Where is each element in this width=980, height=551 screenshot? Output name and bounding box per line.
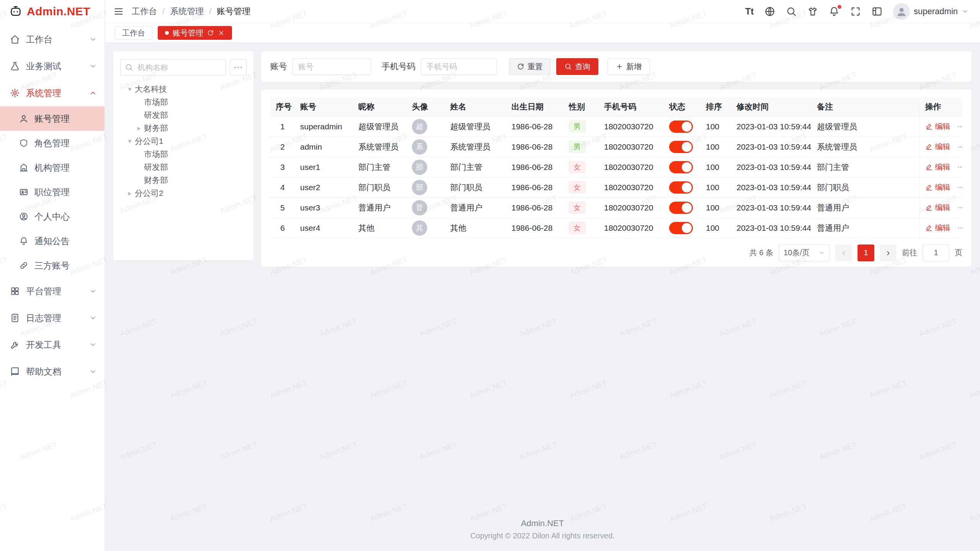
tree-node[interactable]: ▾大名科技 — [120, 83, 247, 96]
page-size-value: 10条/页 — [784, 248, 810, 258]
sidebar-item-system-mgmt[interactable]: 系统管理 — [0, 80, 105, 106]
cell-nickname: 其他 — [353, 218, 407, 238]
status-toggle[interactable] — [669, 161, 693, 173]
breadcrumb-item[interactable]: 工作台 — [132, 6, 157, 17]
more-actions-button[interactable] — [956, 143, 963, 150]
next-page-button[interactable]: › — [880, 245, 897, 261]
more-actions-button[interactable] — [956, 164, 963, 171]
sidebar: Admin.NET 工作台业务测试系统管理账号管理角色管理机构管理职位管理个人中… — [0, 0, 105, 551]
tab-account-mgmt[interactable]: 账号管理 — [158, 26, 232, 40]
sidebar-item-help-docs[interactable]: 帮助文档 — [0, 358, 105, 385]
edit-icon — [925, 163, 933, 171]
cell-remark: 普通用户 — [812, 218, 920, 238]
cell-sort: 100 — [701, 218, 731, 238]
status-toggle[interactable] — [669, 121, 693, 133]
chevron-down-icon — [89, 314, 97, 322]
tree-node[interactable]: 市场部 — [120, 148, 247, 161]
app-logo[interactable]: Admin.NET — [0, 0, 105, 23]
edit-button[interactable]: 编辑 — [925, 121, 951, 132]
more-actions-button[interactable] — [956, 123, 963, 130]
fullscreen-icon[interactable] — [850, 6, 861, 17]
refresh-icon[interactable] — [207, 29, 214, 36]
app-logo-icon — [9, 5, 22, 18]
sidebar-item-business-test[interactable]: 业务测试 — [0, 53, 105, 80]
cell-modified: 2023-01-03 10:59:44 — [731, 157, 812, 177]
prev-page-button[interactable]: ‹ — [835, 245, 852, 261]
org-more-button[interactable]: ⋯ — [230, 59, 247, 76]
phone-input[interactable] — [421, 58, 497, 75]
breadcrumb-item[interactable]: 系统管理 — [170, 6, 204, 17]
edit-label: 编辑 — [935, 182, 951, 192]
current-page-button[interactable]: 1 — [858, 245, 874, 261]
avatar[interactable] — [893, 3, 910, 20]
tree-node[interactable]: ▸分公司2 — [120, 187, 247, 200]
tree-caret-right-icon[interactable]: ▸ — [134, 124, 144, 132]
edit-button[interactable]: 编辑 — [925, 223, 951, 233]
reset-button[interactable]: 重置 — [509, 58, 551, 75]
sidebar-subitem-role-mgmt[interactable]: 角色管理 — [0, 131, 105, 155]
tree-node[interactable]: 财务部 — [120, 174, 247, 187]
add-button[interactable]: 新增 — [608, 58, 650, 75]
close-icon[interactable] — [218, 29, 225, 36]
status-toggle[interactable] — [669, 181, 693, 194]
cell-phone: 18020030720 — [599, 116, 664, 137]
sidebar-item-platform-mgmt[interactable]: 平台管理 — [0, 278, 105, 305]
sidebar-subitem-notice[interactable]: 通知公告 — [0, 229, 105, 253]
filter-bar: 账号 手机号码 重置 查询 新增 — [261, 51, 972, 82]
more-actions-button[interactable] — [956, 204, 963, 211]
more-actions-button[interactable] — [956, 184, 963, 191]
cell-name: 其他 — [445, 218, 506, 238]
chevron-down-icon — [89, 341, 97, 349]
sidebar-subitem-third-account[interactable]: 三方账号 — [0, 253, 105, 278]
tree-node[interactable]: ▾分公司1 — [120, 135, 247, 148]
more-actions-button[interactable] — [956, 225, 963, 231]
home-icon — [10, 34, 20, 44]
hamburger-icon[interactable] — [113, 6, 124, 17]
sidebar-subitem-org-mgmt[interactable]: 机构管理 — [0, 155, 105, 180]
tree-node[interactable]: 研发部 — [120, 109, 247, 122]
tools-icon — [10, 340, 20, 350]
tree-caret-down-icon[interactable]: ▾ — [125, 137, 135, 145]
status-toggle[interactable] — [669, 141, 693, 153]
goto-page-input[interactable] — [923, 245, 949, 261]
page-size-select[interactable]: 10条/页 — [779, 245, 830, 261]
tree-node[interactable]: ▸财务部 — [120, 122, 247, 135]
cell-status — [664, 218, 701, 238]
pagination: 共 6 条 10条/页 ‹ 1 › 前往 页 — [270, 245, 962, 261]
locale-icon[interactable] — [764, 6, 775, 17]
account-input[interactable] — [292, 58, 371, 75]
edit-button[interactable]: 编辑 — [925, 182, 951, 192]
account-table: 序号账号昵称头像姓名出生日期性别手机号码状态排序修改时间备注操作 1supera… — [270, 97, 962, 238]
cell-nickname: 普通用户 — [353, 197, 407, 218]
sidebar-subitem-personal-center[interactable]: 个人中心 — [0, 204, 105, 229]
cell-gender: 男 — [564, 137, 599, 157]
tabbar: 工作台 账号管理 — [105, 23, 980, 43]
edit-button[interactable]: 编辑 — [925, 162, 951, 172]
tree-node[interactable]: 市场部 — [120, 96, 247, 109]
sidebar-item-log-mgmt[interactable]: 日志管理 — [0, 305, 105, 331]
org-search-input[interactable] — [120, 59, 226, 76]
tree-caret-right-icon[interactable]: ▸ — [125, 189, 135, 197]
tree-caret-down-icon[interactable]: ▾ — [125, 85, 135, 93]
cell-index: 4 — [270, 177, 295, 197]
tree-node[interactable]: 研发部 — [120, 161, 247, 174]
theme-icon[interactable] — [807, 6, 818, 17]
user-menu[interactable]: superadmin — [893, 3, 969, 20]
org-tree: ▾大名科技市场部研发部▸财务部▾分公司1市场部研发部财务部▸分公司2 — [120, 83, 247, 200]
edit-button[interactable]: 编辑 — [925, 202, 951, 213]
cell-account: user4 — [295, 218, 353, 238]
query-button[interactable]: 查询 — [556, 58, 598, 75]
sidebar-item-dev-tools[interactable]: 开发工具 — [0, 331, 105, 358]
cell-avatar: 系 — [407, 137, 445, 157]
status-toggle[interactable] — [669, 202, 693, 214]
status-toggle[interactable] — [669, 222, 693, 234]
user-panel-icon[interactable] — [872, 6, 882, 17]
notification-icon[interactable] — [829, 6, 840, 17]
sidebar-item-workbench[interactable]: 工作台 — [0, 26, 105, 53]
sidebar-subitem-position-mgmt[interactable]: 职位管理 — [0, 180, 105, 204]
edit-button[interactable]: 编辑 — [925, 142, 951, 152]
font-size-icon[interactable]: Tt — [745, 6, 754, 17]
sidebar-subitem-account-mgmt[interactable]: 账号管理 — [0, 106, 105, 131]
search-icon[interactable] — [786, 6, 797, 17]
tab-workbench[interactable]: 工作台 — [115, 26, 152, 40]
